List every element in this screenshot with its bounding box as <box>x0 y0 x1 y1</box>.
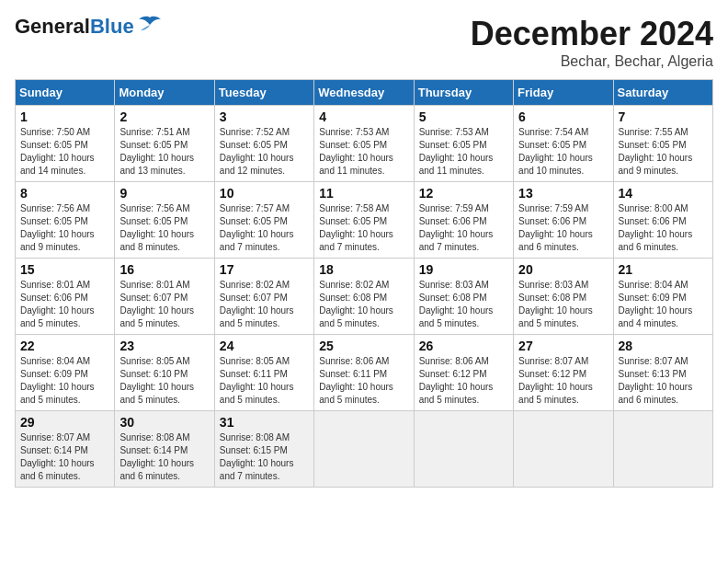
logo-blue-text: Blue <box>90 15 134 39</box>
day-number: 12 <box>419 186 508 201</box>
cell-info: Sunrise: 8:04 AM Sunset: 6:09 PM Dayligh… <box>619 279 708 330</box>
cell-info: Sunrise: 7:59 AM Sunset: 6:06 PM Dayligh… <box>419 202 508 254</box>
cell-info: Sunrise: 8:07 AM Sunset: 6:12 PM Dayligh… <box>518 355 608 407</box>
calendar-cell: 25Sunrise: 8:06 AM Sunset: 6:11 PM Dayli… <box>314 335 414 411</box>
day-number: 21 <box>619 262 708 277</box>
day-number: 18 <box>319 262 408 277</box>
day-number: 24 <box>220 339 309 353</box>
cell-info: Sunrise: 8:02 AM Sunset: 6:08 PM Dayligh… <box>319 279 408 330</box>
calendar-cell: 1Sunrise: 7:50 AM Sunset: 6:05 PM Daylig… <box>16 106 115 182</box>
calendar-cell: 30Sunrise: 8:08 AM Sunset: 6:14 PM Dayli… <box>115 411 214 488</box>
calendar-cell: 31Sunrise: 8:08 AM Sunset: 6:15 PM Dayli… <box>214 411 313 488</box>
day-number: 13 <box>518 186 608 201</box>
day-number: 6 <box>518 109 608 124</box>
calendar-cell: 8Sunrise: 7:56 AM Sunset: 6:05 PM Daylig… <box>16 182 115 259</box>
calendar-cell <box>514 411 613 488</box>
calendar-cell: 24Sunrise: 8:05 AM Sunset: 6:11 PM Dayli… <box>214 335 313 411</box>
days-header-row: SundayMondayTuesdayWednesdayThursdayFrid… <box>16 80 713 106</box>
day-number: 15 <box>20 262 109 277</box>
calendar-cell: 22Sunrise: 8:04 AM Sunset: 6:09 PM Dayli… <box>16 335 115 411</box>
cell-info: Sunrise: 7:51 AM Sunset: 6:05 PM Dayligh… <box>119 126 209 178</box>
cell-info: Sunrise: 8:08 AM Sunset: 6:14 PM Dayligh… <box>119 431 209 483</box>
logo: General Blue <box>15 15 163 39</box>
day-number: 10 <box>220 186 309 201</box>
location-title: Bechar, Bechar, Algeria <box>471 53 713 70</box>
day-header-sunday: Sunday <box>16 80 115 106</box>
day-number: 20 <box>518 262 608 277</box>
week-row-1: 1Sunrise: 7:50 AM Sunset: 6:05 PM Daylig… <box>16 106 713 182</box>
day-number: 22 <box>20 339 109 353</box>
cell-info: Sunrise: 8:01 AM Sunset: 6:07 PM Dayligh… <box>119 279 209 330</box>
calendar-cell: 29Sunrise: 8:07 AM Sunset: 6:14 PM Dayli… <box>16 411 115 488</box>
cell-info: Sunrise: 8:06 AM Sunset: 6:12 PM Dayligh… <box>419 355 508 407</box>
cell-info: Sunrise: 7:52 AM Sunset: 6:05 PM Dayligh… <box>220 126 309 178</box>
day-number: 29 <box>20 415 109 430</box>
calendar-cell: 3Sunrise: 7:52 AM Sunset: 6:05 PM Daylig… <box>214 106 313 182</box>
calendar-cell: 20Sunrise: 8:03 AM Sunset: 6:08 PM Dayli… <box>514 259 613 335</box>
cell-info: Sunrise: 8:01 AM Sunset: 6:06 PM Dayligh… <box>20 279 109 330</box>
day-number: 2 <box>119 109 209 124</box>
calendar-cell: 28Sunrise: 8:07 AM Sunset: 6:13 PM Dayli… <box>613 335 712 411</box>
cell-info: Sunrise: 7:53 AM Sunset: 6:05 PM Dayligh… <box>419 126 508 178</box>
cell-info: Sunrise: 7:56 AM Sunset: 6:05 PM Dayligh… <box>119 202 209 254</box>
cell-info: Sunrise: 7:59 AM Sunset: 6:06 PM Dayligh… <box>518 202 608 254</box>
day-number: 27 <box>518 339 608 353</box>
header: General Blue December 2024 Bechar, Becha… <box>15 15 713 70</box>
day-number: 19 <box>419 262 508 277</box>
day-number: 30 <box>119 415 209 430</box>
cell-info: Sunrise: 7:54 AM Sunset: 6:05 PM Dayligh… <box>518 126 608 178</box>
cell-info: Sunrise: 8:08 AM Sunset: 6:15 PM Dayligh… <box>220 431 309 483</box>
day-number: 11 <box>319 186 408 201</box>
calendar-cell: 19Sunrise: 8:03 AM Sunset: 6:08 PM Dayli… <box>414 259 513 335</box>
day-header-wednesday: Wednesday <box>314 80 414 106</box>
day-number: 26 <box>419 339 508 353</box>
calendar: SundayMondayTuesdayWednesdayThursdayFrid… <box>15 79 713 488</box>
calendar-cell: 16Sunrise: 8:01 AM Sunset: 6:07 PM Dayli… <box>115 259 214 335</box>
calendar-cell: 13Sunrise: 7:59 AM Sunset: 6:06 PM Dayli… <box>514 182 613 259</box>
title-area: December 2024 Bechar, Bechar, Algeria <box>471 15 713 70</box>
calendar-cell: 18Sunrise: 8:02 AM Sunset: 6:08 PM Dayli… <box>314 259 414 335</box>
day-number: 14 <box>619 186 708 201</box>
day-number: 3 <box>220 109 309 124</box>
cell-info: Sunrise: 8:03 AM Sunset: 6:08 PM Dayligh… <box>419 279 508 330</box>
month-title: December 2024 <box>471 15 713 53</box>
calendar-cell: 17Sunrise: 8:02 AM Sunset: 6:07 PM Dayli… <box>214 259 313 335</box>
cell-info: Sunrise: 7:53 AM Sunset: 6:05 PM Dayligh… <box>319 126 408 178</box>
cell-info: Sunrise: 8:05 AM Sunset: 6:10 PM Dayligh… <box>119 355 209 407</box>
calendar-cell: 9Sunrise: 7:56 AM Sunset: 6:05 PM Daylig… <box>115 182 214 259</box>
calendar-cell: 7Sunrise: 7:55 AM Sunset: 6:05 PM Daylig… <box>613 106 712 182</box>
week-row-3: 15Sunrise: 8:01 AM Sunset: 6:06 PM Dayli… <box>16 259 713 335</box>
cell-info: Sunrise: 7:56 AM Sunset: 6:05 PM Dayligh… <box>20 202 109 254</box>
day-number: 17 <box>220 262 309 277</box>
cell-info: Sunrise: 7:58 AM Sunset: 6:05 PM Dayligh… <box>319 202 408 254</box>
calendar-cell <box>414 411 513 488</box>
calendar-cell: 11Sunrise: 7:58 AM Sunset: 6:05 PM Dayli… <box>314 182 414 259</box>
calendar-cell <box>613 411 712 488</box>
cell-info: Sunrise: 8:07 AM Sunset: 6:14 PM Dayligh… <box>20 431 109 483</box>
calendar-cell: 5Sunrise: 7:53 AM Sunset: 6:05 PM Daylig… <box>414 106 513 182</box>
calendar-cell: 6Sunrise: 7:54 AM Sunset: 6:05 PM Daylig… <box>514 106 613 182</box>
calendar-cell: 12Sunrise: 7:59 AM Sunset: 6:06 PM Dayli… <box>414 182 513 259</box>
calendar-cell: 23Sunrise: 8:05 AM Sunset: 6:10 PM Dayli… <box>115 335 214 411</box>
day-number: 16 <box>119 262 209 277</box>
cell-info: Sunrise: 7:57 AM Sunset: 6:05 PM Dayligh… <box>220 202 309 254</box>
bird-icon <box>137 16 163 38</box>
day-number: 1 <box>20 109 109 124</box>
calendar-cell: 4Sunrise: 7:53 AM Sunset: 6:05 PM Daylig… <box>314 106 414 182</box>
day-header-monday: Monday <box>115 80 214 106</box>
cell-info: Sunrise: 8:06 AM Sunset: 6:11 PM Dayligh… <box>319 355 408 407</box>
calendar-cell: 21Sunrise: 8:04 AM Sunset: 6:09 PM Dayli… <box>613 259 712 335</box>
day-number: 4 <box>319 109 408 124</box>
cell-info: Sunrise: 8:03 AM Sunset: 6:08 PM Dayligh… <box>518 279 608 330</box>
day-header-saturday: Saturday <box>613 80 712 106</box>
cell-info: Sunrise: 7:55 AM Sunset: 6:05 PM Dayligh… <box>619 126 708 178</box>
week-row-2: 8Sunrise: 7:56 AM Sunset: 6:05 PM Daylig… <box>16 182 713 259</box>
day-number: 25 <box>319 339 408 353</box>
calendar-cell: 15Sunrise: 8:01 AM Sunset: 6:06 PM Dayli… <box>16 259 115 335</box>
day-header-thursday: Thursday <box>414 80 513 106</box>
week-row-5: 29Sunrise: 8:07 AM Sunset: 6:14 PM Dayli… <box>16 411 713 488</box>
day-header-tuesday: Tuesday <box>214 80 313 106</box>
week-row-4: 22Sunrise: 8:04 AM Sunset: 6:09 PM Dayli… <box>16 335 713 411</box>
calendar-cell: 14Sunrise: 8:00 AM Sunset: 6:06 PM Dayli… <box>613 182 712 259</box>
cell-info: Sunrise: 8:07 AM Sunset: 6:13 PM Dayligh… <box>619 355 708 407</box>
